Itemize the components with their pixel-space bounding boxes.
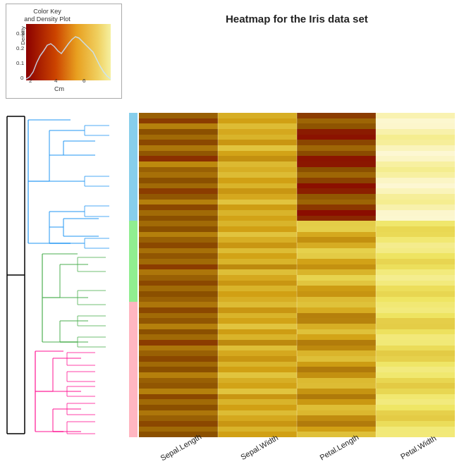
color-key-ytick-03: 0.3 [16,30,24,37]
dendrogram-svg [0,113,130,437]
color-key-box: Color Key and Density Plot Density Cm 2 … [6,4,122,99]
color-key-canvas [26,24,111,80]
col-label-petal-length: Petal.Length [297,441,377,453]
col-label-petal-width: Petal.Width [377,441,456,453]
heatmap-title: Heatmap for the Iris data set [226,13,368,25]
color-key-xlabel: Cm [54,85,64,92]
col-label-sepal-width: Sepal.Width [218,441,297,453]
col-label-sepal-length: Sepal.Length [139,441,218,453]
color-key-xtick-6: 6 [83,78,85,84]
color-key-xtick-4: 4 [54,78,57,84]
color-key-ytick-01: 0.1 [16,60,24,66]
color-key-ytick-0: 0 [20,75,23,81]
color-key-title: Color Key and Density Plot [12,8,83,23]
main-container: Heatmap for the Iris data set Color Key … [0,0,476,476]
col-labels: Sepal.Length Sepal.Width Petal.Length Pe… [139,441,456,453]
row-color-bar [129,113,138,437]
color-key-xtick-2: 2 [29,78,32,84]
heatmap-canvas [139,113,456,437]
color-key-ytick-02: 0.2 [16,45,24,51]
